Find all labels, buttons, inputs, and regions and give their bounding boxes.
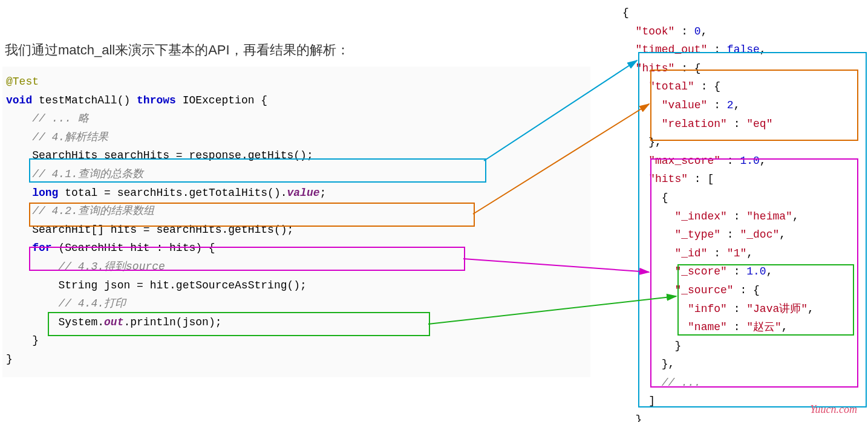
comment-4: // 4.解析结果 xyxy=(32,131,108,143)
annotation: @Test xyxy=(6,76,39,88)
field-out: out xyxy=(104,316,123,328)
line-hitsarr: SearchHit[] hits = searchHits.getHits(); xyxy=(32,224,293,236)
intro-heading: 我们通过match_all来演示下基本的API，再看结果的解析： xyxy=(5,41,350,59)
json-val-id: "1" xyxy=(727,247,746,259)
json-response-block: { "took" : 0, "timed_out" : false, "hits… xyxy=(615,0,868,422)
json-key-id: "_id" xyxy=(674,247,707,259)
keyword-long: long xyxy=(32,187,58,199)
json-key-info: "info" xyxy=(688,303,727,315)
json-val-name: "赵云" xyxy=(746,321,782,333)
json-val-timedout: false xyxy=(727,44,760,56)
json-key-index: "_index" xyxy=(674,210,726,222)
close-brace: } xyxy=(32,334,39,346)
line-for: (SearchHit hit : hits) { xyxy=(52,242,215,254)
method-name: testMatchAll() xyxy=(32,94,137,106)
json-key-hits2: "hits" xyxy=(648,173,688,185)
comment-skip: // ... 略 xyxy=(32,112,89,125)
json-val-score: 1.0 xyxy=(746,265,766,278)
json-val-type: "_doc" xyxy=(740,229,779,241)
exception: IOException { xyxy=(176,94,267,106)
json-val-took: 0 xyxy=(694,25,701,37)
comment-44: // 4.4.打印 xyxy=(58,297,126,310)
json-key-source: "_source" xyxy=(674,284,733,296)
brace: { xyxy=(622,7,629,19)
json-key-hits: "hits" xyxy=(636,62,675,74)
line-total-c: ; xyxy=(320,187,327,199)
keyword-void: void xyxy=(6,94,32,106)
watermark: Yuucn.com xyxy=(810,403,857,416)
json-val-value: 2 xyxy=(727,99,734,111)
json-key-relation: "relation" xyxy=(662,118,727,130)
close-brace: } xyxy=(6,353,13,365)
line-print-c: .println(json); xyxy=(123,316,221,328)
field-value: value xyxy=(287,187,320,199)
json-key-maxscore: "max_score" xyxy=(648,155,720,167)
line-source: String json = hit.getSourceAsString(); xyxy=(58,279,306,291)
json-key-type: "_type" xyxy=(674,229,720,241)
json-key-took: "took" xyxy=(636,25,675,37)
line-searchhits: SearchHits searchHits = response.getHits… xyxy=(32,149,313,161)
keyword-for: for xyxy=(32,242,51,254)
line-print-a: System. xyxy=(58,316,104,328)
json-key-timedout: "timed_out" xyxy=(636,44,708,56)
java-code-block: @Test void testMatchAll() throws IOExcep… xyxy=(2,67,590,377)
json-val-maxscore: 1.0 xyxy=(740,155,759,167)
line-total-a: total = searchHits.getTotalHits(). xyxy=(58,187,287,199)
json-key-name: "name" xyxy=(688,321,727,333)
json-key-score: "_score" xyxy=(674,265,726,278)
keyword-throws: throws xyxy=(137,94,176,106)
json-ellipsis: // ... xyxy=(662,377,701,389)
json-val-index: "heima" xyxy=(746,210,792,222)
json-key-total: "total" xyxy=(648,80,694,93)
json-key-value: "value" xyxy=(662,99,708,111)
json-val-relation: "eq" xyxy=(746,118,772,130)
comment-43: // 4.3.得到source xyxy=(58,261,165,273)
comment-41: // 4.1.查询的总条数 xyxy=(32,168,143,180)
comment-42: // 4.2.查询的结果数组 xyxy=(32,205,154,217)
json-val-info: "Java讲师" xyxy=(746,303,808,315)
